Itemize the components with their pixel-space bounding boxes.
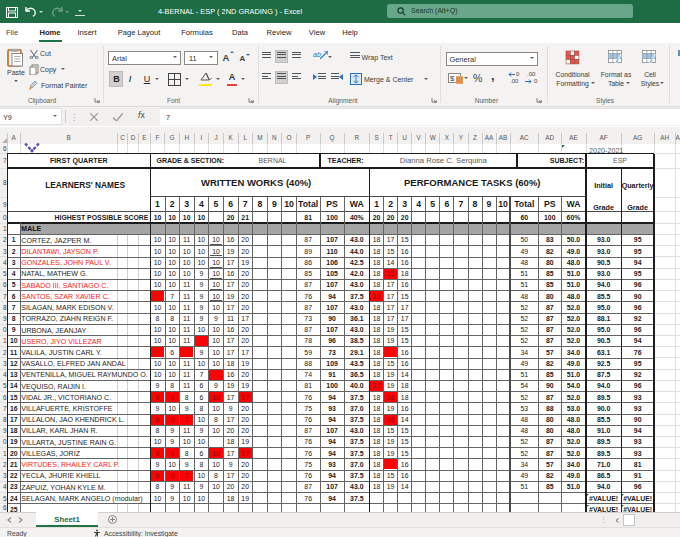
- svg-text:$: $: [450, 74, 455, 83]
